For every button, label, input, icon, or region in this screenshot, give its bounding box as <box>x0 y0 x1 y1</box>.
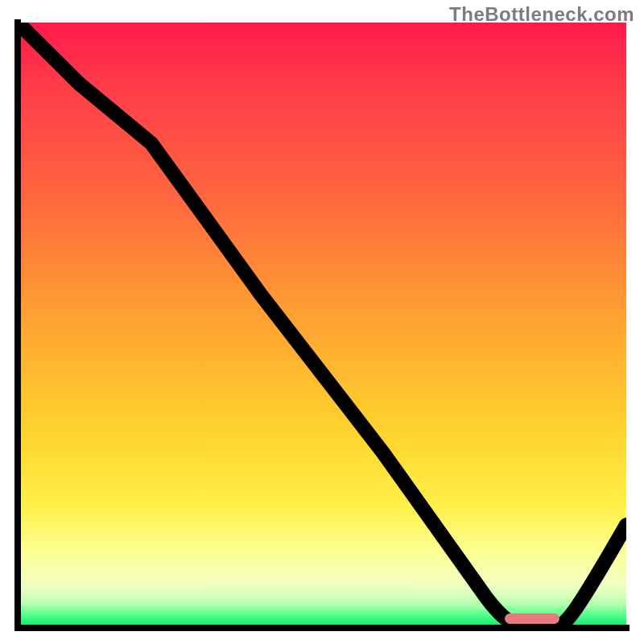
plot-area <box>18 23 626 628</box>
optimal-range-marker <box>505 613 559 624</box>
chart-container: TheBottleneck.com <box>0 0 644 644</box>
bottleneck-curve <box>18 23 626 628</box>
curve-path <box>18 23 626 628</box>
